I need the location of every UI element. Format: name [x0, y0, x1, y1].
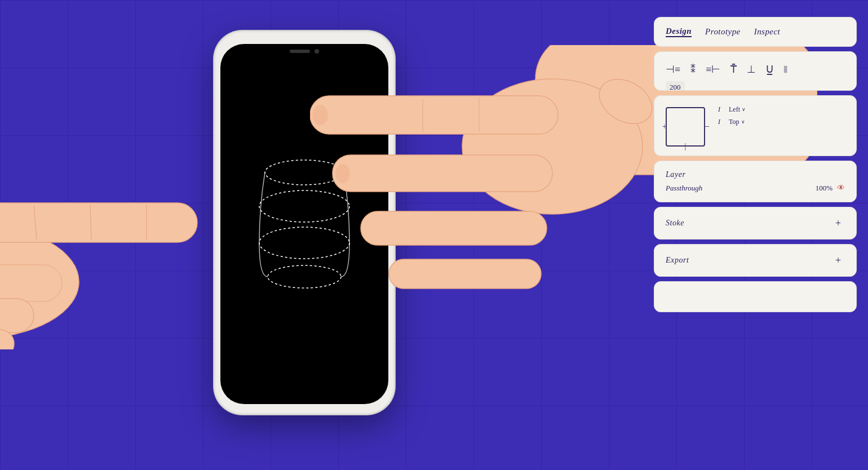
- svg-rect-19: [389, 259, 541, 289]
- i-cursor-icon: I: [714, 105, 724, 114]
- diagram-bar: |: [685, 142, 687, 151]
- tab-prototype[interactable]: Prototype: [705, 27, 741, 37]
- pos-layout: | I Left ∨ I Top: [666, 105, 845, 147]
- tab-section: Design Prototype Inspect: [654, 17, 857, 47]
- svg-rect-16: [310, 96, 558, 134]
- export-add-button[interactable]: +: [831, 254, 845, 267]
- svg-rect-7: [0, 265, 62, 301]
- align-center-v-icon[interactable]: ⊥: [747, 63, 756, 76]
- left-label: Left: [729, 105, 740, 114]
- align-left-icon[interactable]: ⊣≡: [666, 63, 680, 76]
- position-fields: I Left ∨ I Top ∨: [714, 105, 845, 126]
- export-row: Export +: [666, 254, 845, 267]
- blend-mode[interactable]: Passthrough: [666, 184, 702, 193]
- top-field-row: I Top ∨: [714, 117, 845, 126]
- stoke-row: Stoke +: [666, 216, 845, 230]
- top-label: Top: [729, 118, 739, 126]
- stoke-section: Stoke +: [654, 207, 857, 240]
- right-panel: Design Prototype Inspect ⊣≡ ⁑ ≡⊢ T̄ ⊥ U̲…: [654, 17, 857, 312]
- align-row: ⊣≡ ⁑ ≡⊢ T̄ ⊥ U̲ ⦀: [666, 61, 845, 78]
- align-right-icon[interactable]: ≡⊢: [706, 63, 720, 76]
- notch-bar: [290, 50, 310, 53]
- align-top-icon[interactable]: T̄: [730, 63, 737, 76]
- layer-title: Layer: [666, 170, 845, 179]
- main-scene: Design Prototype Inspect ⊣≡ ⁑ ≡⊢ T̄ ⊥ U̲…: [0, 0, 868, 470]
- left-chevron: ∨: [742, 107, 746, 112]
- stoke-label: Stoke: [666, 219, 684, 228]
- svg-rect-18: [361, 211, 547, 245]
- align-center-h-icon[interactable]: ⁑: [690, 63, 696, 76]
- layer-row: Passthrough 100% 👁: [666, 184, 845, 193]
- position-section: | I Left ∨ I Top: [654, 95, 857, 156]
- position-diagram: |: [666, 107, 705, 147]
- export-label: Export: [666, 256, 689, 265]
- svg-rect-6: [0, 203, 197, 242]
- top-cursor-label: I: [714, 117, 724, 126]
- width-value[interactable]: 200: [666, 81, 685, 91]
- tab-design[interactable]: Design: [666, 26, 692, 37]
- top-chevron: ∨: [741, 119, 745, 125]
- export-section: Export +: [654, 244, 857, 277]
- align-bottom-icon[interactable]: U̲: [766, 63, 773, 76]
- distribute-icon[interactable]: ⦀: [783, 64, 788, 76]
- bottom-blank-section: [654, 281, 857, 312]
- left-dropdown[interactable]: Left ∨: [729, 105, 746, 114]
- svg-point-21: [312, 105, 328, 125]
- left-field-row: I Left ∨: [714, 105, 845, 114]
- size-row: 200: [666, 81, 845, 91]
- svg-rect-8: [0, 299, 34, 332]
- top-dropdown[interactable]: Top ∨: [729, 118, 745, 126]
- opacity-value[interactable]: 100%: [816, 184, 832, 193]
- tab-inspect[interactable]: Inspect: [754, 27, 780, 37]
- eye-icon[interactable]: 👁: [837, 184, 845, 193]
- phone-notch: [276, 45, 333, 57]
- alignment-section: ⊣≡ ⁑ ≡⊢ T̄ ⊥ U̲ ⦀ 200: [654, 51, 857, 91]
- layer-section: Layer Passthrough 100% 👁: [654, 161, 857, 202]
- svg-rect-17: [333, 155, 552, 192]
- notch-inner: [290, 49, 319, 54]
- stoke-add-button[interactable]: +: [831, 216, 845, 230]
- notch-dot: [315, 49, 319, 54]
- opacity-group: 100% 👁: [816, 184, 845, 193]
- tab-bar: Design Prototype Inspect: [666, 26, 845, 37]
- svg-point-22: [335, 164, 350, 183]
- hand-left: [0, 113, 299, 349]
